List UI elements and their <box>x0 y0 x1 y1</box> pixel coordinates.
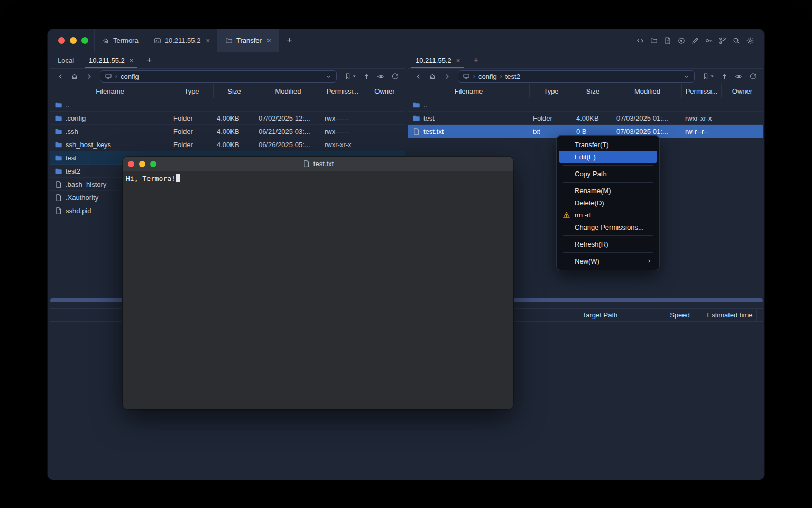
breadcrumb-segment[interactable]: config <box>121 72 139 80</box>
column-header-permissi[interactable]: Permissi... <box>321 84 364 98</box>
menu-item-rm-rf[interactable]: rm -rf <box>559 209 657 221</box>
app-tab-transfer[interactable]: Transfer× <box>218 29 279 52</box>
breadcrumb-segment[interactable]: test2 <box>505 72 520 80</box>
record-button[interactable] <box>676 35 687 47</box>
folder-icon <box>54 114 62 122</box>
menu-item-transfer-t[interactable]: Transfer(T) <box>559 139 657 151</box>
home-button[interactable] <box>426 70 439 83</box>
file-table-header: FilenameTypeSizeModifiedPermissi...Owner <box>50 84 405 98</box>
zoom-window-button[interactable] <box>81 37 88 44</box>
document-button[interactable] <box>662 35 673 47</box>
chevron-down-icon[interactable] <box>683 73 690 80</box>
cell-permissions: rwxr-xr-x <box>321 141 364 149</box>
refresh-button[interactable] <box>746 70 760 83</box>
editor-zoom-button[interactable] <box>150 161 156 167</box>
file-row-ssh[interactable]: .sshFolder4.00KB06/21/2025 03:...rwx----… <box>50 125 405 138</box>
show-hidden-files-button[interactable] <box>374 70 387 83</box>
file-row-ssh-host-keys[interactable]: ssh_host_keysFolder4.00KB06/26/2025 05:.… <box>50 138 405 151</box>
column-header-modified[interactable]: Modified <box>255 84 321 98</box>
file-row-config[interactable]: .configFolder4.00KB07/02/2025 12:...rwx-… <box>50 112 405 125</box>
column-header-modified[interactable]: Modified <box>613 84 682 98</box>
column-header-filename[interactable]: Filename <box>408 84 530 98</box>
menu-item-label: Transfer(T) <box>575 141 609 149</box>
column-header-target-path[interactable]: Target Path <box>543 309 657 321</box>
panel-tab-10-211-55-2[interactable]: 10.211.55.2× <box>81 52 141 68</box>
minimize-window-button[interactable] <box>70 37 77 44</box>
column-header-type[interactable]: Type <box>530 84 573 98</box>
editor-minimize-button[interactable] <box>139 161 145 167</box>
close-tab-icon[interactable]: × <box>206 37 210 44</box>
cell-permissions: rwxr-xr-x <box>682 114 722 122</box>
refresh-button[interactable] <box>388 70 402 83</box>
panel-tab-10-211-55-2[interactable]: 10.211.55.2× <box>408 52 467 68</box>
close-window-button[interactable] <box>58 37 65 44</box>
app-tab-termora[interactable]: Termora <box>94 29 146 52</box>
home-icon <box>102 37 109 44</box>
bookmarks-button[interactable] <box>341 70 359 83</box>
path-breadcrumb-field[interactable]: ›config›test2 <box>458 70 695 83</box>
branch-button[interactable] <box>717 35 728 47</box>
chevron-right-icon <box>646 258 653 265</box>
show-hidden-files-button[interactable] <box>732 70 745 83</box>
folder-icon <box>650 37 658 44</box>
tab-label: 10.211.55.2 <box>416 57 451 65</box>
menu-item-change-permissions[interactable]: Change Permissions... <box>559 221 657 233</box>
menu-item-new-w[interactable]: New(W) <box>559 255 657 267</box>
folder-icon <box>54 167 62 175</box>
menu-item-delete-d[interactable]: Delete(D) <box>559 197 657 209</box>
back-button[interactable] <box>411 70 425 83</box>
column-header-owner[interactable]: Owner <box>722 84 763 98</box>
column-header-size[interactable]: Size <box>214 84 255 98</box>
menu-item-rename-m[interactable]: Rename(M) <box>559 185 657 197</box>
path-breadcrumb-field[interactable]: ›config <box>100 70 337 83</box>
menu-item-copy-path[interactable]: Copy Path <box>559 168 657 180</box>
column-header-estimated-time[interactable]: Estimated time <box>703 309 757 321</box>
path-toolbar: ›config <box>50 69 405 84</box>
close-tab-icon[interactable]: × <box>130 57 134 64</box>
new-tab-button[interactable]: + <box>279 29 300 52</box>
parent-directory-button[interactable] <box>717 70 731 83</box>
new-panel-tab-button[interactable]: + <box>467 52 484 68</box>
column-header-filename[interactable]: Filename <box>50 84 170 98</box>
breadcrumb-segment[interactable]: config <box>478 72 497 80</box>
forward-button[interactable] <box>82 70 96 83</box>
record-icon <box>677 37 686 45</box>
menu-item-label: Edit(E) <box>575 153 596 161</box>
chevron-down-icon[interactable] <box>325 73 332 80</box>
app-tab-10-211-55-2[interactable]: 10.211.55.2× <box>146 29 218 52</box>
back-button[interactable] <box>53 70 67 83</box>
editor-close-button[interactable] <box>128 161 134 167</box>
menu-item-refresh-r[interactable]: Refresh(R) <box>559 238 657 250</box>
file-row-parent-directory[interactable]: .. <box>50 98 405 112</box>
column-header-speed[interactable]: Speed <box>657 309 703 321</box>
caret-down-icon <box>352 74 356 78</box>
bookmarks-button[interactable] <box>699 70 717 83</box>
file-row-test[interactable]: testFolder4.00KB07/03/2025 01:...rwxr-xr… <box>408 112 763 125</box>
home-button[interactable] <box>68 70 81 83</box>
forward-button[interactable] <box>440 70 454 83</box>
tab-label: Local <box>58 57 74 65</box>
folder-button[interactable] <box>648 35 660 47</box>
code-button[interactable] <box>634 35 646 47</box>
folder-icon <box>54 154 62 162</box>
parent-directory-button[interactable] <box>359 70 373 83</box>
pencil-button[interactable] <box>689 35 701 47</box>
editor-content[interactable]: Hi, Termora! <box>123 171 513 185</box>
transfer-column-end <box>757 309 763 321</box>
file-row-parent-directory[interactable]: .. <box>408 98 763 112</box>
editor-titlebar[interactable]: test.txt <box>123 157 513 171</box>
settings-button[interactable] <box>744 35 756 47</box>
close-tab-icon[interactable]: × <box>456 57 460 64</box>
column-header-owner[interactable]: Owner <box>364 84 405 98</box>
column-header-type[interactable]: Type <box>170 84 214 98</box>
column-header-size[interactable]: Size <box>573 84 613 98</box>
new-panel-tab-button[interactable]: + <box>141 52 158 68</box>
search-button[interactable] <box>731 35 742 47</box>
menu-item-edit-e[interactable]: Edit(E) <box>559 151 657 163</box>
close-tab-icon[interactable]: × <box>267 37 271 44</box>
eye-icon <box>735 72 743 80</box>
panel-tab-local[interactable]: Local <box>50 52 81 68</box>
key-button[interactable] <box>703 35 715 47</box>
column-header-permissi[interactable]: Permissi... <box>682 84 722 98</box>
eye-icon <box>377 72 385 80</box>
